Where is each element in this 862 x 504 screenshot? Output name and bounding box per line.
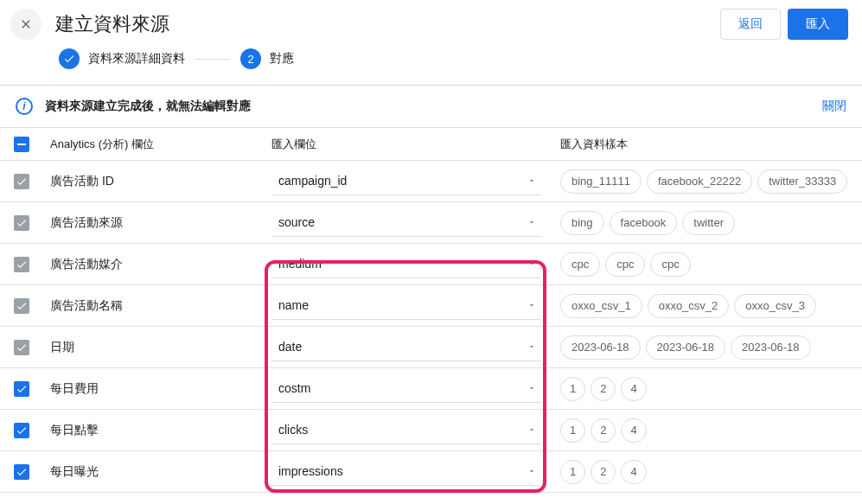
page-header: 建立資料來源 返回 匯入 [0, 0, 862, 48]
import-field-value: name [278, 298, 309, 312]
row-checkbox[interactable] [14, 381, 29, 397]
sample-chip: oxxo_csv_2 [648, 294, 730, 318]
import-field-value: medium [278, 257, 322, 271]
step-1-check-icon [59, 48, 80, 69]
step-2[interactable]: 2 對應 [240, 48, 294, 69]
import-field-value: costm [278, 381, 310, 395]
col-header-sample: 匯入資料樣本 [548, 137, 848, 152]
sample-chip: 4 [621, 418, 646, 443]
sample-chips: 124 [548, 460, 848, 484]
step-2-label: 對應 [270, 51, 294, 67]
import-field-value: clicks [278, 423, 308, 437]
sample-chip: 4 [621, 377, 646, 401]
analytics-field-label: 廣告活動名稱 [50, 298, 265, 314]
chevron-down-icon [527, 215, 536, 229]
row-checkbox[interactable] [14, 257, 29, 272]
info-icon: i [16, 98, 33, 115]
chevron-down-icon [527, 381, 536, 395]
import-field-select[interactable]: impressions [271, 458, 541, 486]
analytics-field-label: 日期 [50, 340, 265, 355]
table-header-row: Analytics (分析) 欄位 匯入欄位 匯入資料樣本 [0, 128, 862, 161]
sample-chip: 2023-06-18 [731, 335, 811, 360]
row-checkbox[interactable] [14, 423, 29, 438]
page-title: 建立資料來源 [55, 11, 706, 37]
analytics-field-label: 每日曝光 [50, 464, 265, 480]
info-message: 資料來源建立完成後，就無法編輯對應 [45, 99, 810, 114]
sample-chips: 124 [548, 377, 848, 401]
analytics-field-label: 廣告活動來源 [50, 215, 265, 231]
select-all-checkbox[interactable] [14, 137, 29, 152]
table-row: 廣告活動 IDcampaign_idbing_11111facebook_222… [0, 161, 862, 202]
sample-chip: 4 [621, 460, 646, 484]
import-field-value: campaign_id [278, 174, 347, 188]
table-row: 廣告活動媒介mediumcpccpccpc [0, 244, 862, 285]
step-connector [195, 59, 230, 60]
sample-chip: 2023-06-18 [646, 335, 726, 360]
sample-chips: oxxo_csv_1oxxo_csv_2oxxo_csv_3 [548, 294, 848, 318]
step-1-label: 資料來源詳細資料 [88, 51, 185, 67]
sample-chip: twitter_33333 [757, 169, 847, 194]
import-button[interactable]: 匯入 [788, 9, 848, 40]
import-field-select[interactable]: date [271, 334, 541, 361]
row-checkbox[interactable] [14, 174, 29, 189]
chevron-down-icon [527, 257, 536, 271]
step-2-number-icon: 2 [240, 48, 261, 69]
chevron-down-icon [527, 464, 536, 478]
sample-chip: oxxo_csv_1 [560, 294, 642, 318]
sample-chip: facebook_22222 [647, 169, 752, 194]
import-field-select[interactable]: costm [271, 375, 541, 403]
close-icon [19, 17, 33, 31]
import-field-select[interactable]: campaign_id [271, 168, 541, 195]
sample-chips: bingfacebooktwitter [548, 211, 848, 235]
mapping-table: Analytics (分析) 欄位 匯入欄位 匯入資料樣本 廣告活動 IDcam… [0, 128, 862, 493]
sample-chip: facebook [610, 211, 678, 235]
sample-chips: 124 [548, 418, 848, 443]
sample-chips: bing_11111facebook_22222twitter_33333 [548, 169, 848, 194]
sample-chip: 2 [591, 460, 616, 484]
sample-chip: 1 [560, 460, 585, 484]
chevron-down-icon [527, 298, 536, 312]
sample-chip: cpc [650, 252, 690, 277]
sample-chips: cpccpccpc [548, 252, 848, 277]
row-checkbox[interactable] [14, 215, 29, 231]
stepper: 資料來源詳細資料 2 對應 [0, 48, 862, 85]
import-field-select[interactable]: name [271, 292, 541, 320]
chevron-down-icon [527, 423, 536, 437]
sample-chip: 2 [591, 418, 616, 443]
back-button[interactable]: 返回 [720, 9, 781, 40]
import-field-value: date [278, 340, 302, 354]
step-1[interactable]: 資料來源詳細資料 [59, 48, 185, 69]
sample-chip: cpc [560, 252, 600, 277]
mapping-table-wrap: Analytics (分析) 欄位 匯入欄位 匯入資料樣本 廣告活動 IDcam… [0, 128, 862, 493]
sample-chip: 1 [560, 377, 585, 401]
row-checkbox[interactable] [14, 464, 29, 480]
col-header-import: 匯入欄位 [265, 137, 548, 152]
analytics-field-label: 廣告活動 ID [50, 174, 265, 189]
row-checkbox[interactable] [14, 340, 29, 355]
import-field-value: source [278, 215, 315, 229]
sample-chip: cpc [605, 252, 645, 277]
analytics-field-label: 每日點擊 [50, 423, 265, 438]
table-row: 每日點擊clicks124 [0, 410, 862, 451]
close-button[interactable] [10, 9, 42, 40]
sample-chip: twitter [682, 211, 735, 235]
import-field-select[interactable]: source [271, 209, 541, 237]
info-close-button[interactable]: 關閉 [822, 99, 846, 114]
sample-chip: bing [560, 211, 604, 235]
sample-chip: 2 [591, 377, 616, 401]
import-field-select[interactable]: clicks [271, 417, 541, 444]
table-row: 廣告活動來源sourcebingfacebooktwitter [0, 202, 862, 244]
header-actions: 返回 匯入 [720, 9, 848, 40]
sample-chip: bing_11111 [560, 169, 642, 194]
table-row: 每日費用costm124 [0, 368, 862, 410]
table-row: 廣告活動名稱nameoxxo_csv_1oxxo_csv_2oxxo_csv_3 [0, 285, 862, 327]
info-banner: i 資料來源建立完成後，就無法編輯對應 關閉 [0, 85, 862, 128]
sample-chips: 2023-06-182023-06-182023-06-18 [548, 335, 848, 360]
table-row: 每日曝光impressions124 [0, 451, 862, 493]
table-row: 日期date2023-06-182023-06-182023-06-18 [0, 327, 862, 368]
sample-chip: 2023-06-18 [560, 335, 641, 360]
import-field-select[interactable]: medium [271, 251, 541, 278]
row-checkbox[interactable] [14, 298, 29, 314]
analytics-field-label: 廣告活動媒介 [50, 257, 265, 272]
sample-chip: 1 [560, 418, 585, 443]
